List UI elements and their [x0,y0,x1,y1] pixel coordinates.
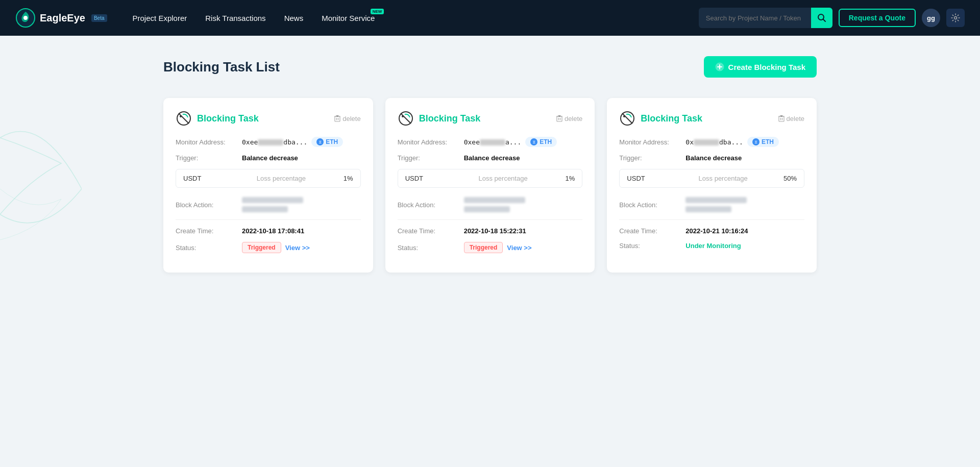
token-row-3: USDT Loss percentage 50% [620,169,804,187]
status-badge-2: Triggered [464,242,503,253]
card-header-2: Blocking Task delete [398,110,583,127]
delete-button-3[interactable]: delete [778,115,804,122]
status-badge-1: Triggered [242,242,281,253]
view-link-1[interactable]: View >> [285,244,310,252]
monitor-address-3: 0xdba... [685,138,743,146]
create-time-field-3: Create Time: 2022-10-21 10:16:24 [619,227,804,235]
trigger-field-1: Trigger: Balance decrease [176,154,361,162]
status-field-1: Status: Triggered View >> [176,242,361,253]
request-quote-button[interactable]: Request a Quote [839,9,916,27]
plus-circle-icon [715,62,724,71]
status-field-3: Status: Under Monitoring [619,242,804,250]
trigger-field-3: Trigger: Balance decrease [619,154,804,162]
blurred-action-1b [242,206,288,212]
beta-badge: Beta [91,14,107,22]
card-title-wrap-3: Blocking Task [619,110,702,127]
token-row-1: USDT Loss percentage 1% [176,169,360,187]
monitor-address-field-2: Monitor Address: 0xeea... Ξ ETH [398,137,583,147]
create-blocking-task-button[interactable]: Create Blocking Task [704,56,817,78]
blocking-icon-2 [398,110,414,127]
eth-dot-2: Ξ [530,138,537,145]
svg-point-3 [954,17,957,19]
eth-badge-3: Ξ ETH [747,137,779,147]
blurred-action-3b [685,206,731,212]
monitor-address-2: 0xeea... [464,138,522,146]
delete-button-1[interactable]: delete [334,115,360,122]
search-bar[interactable] [699,8,832,28]
eth-dot-1: Ξ [316,138,324,145]
task-card-1: Blocking Task delete Monitor Address: 0x… [163,98,373,273]
logo-text: EagleEye [40,12,85,24]
svg-point-12 [623,115,625,117]
block-action-field-3: Block Action: [619,197,804,212]
monitor-address-field-3: Monitor Address: 0xdba... Ξ ETH [619,137,804,147]
token-row-2: USDT Loss percentage 1% [398,169,582,187]
svg-rect-7 [335,116,340,121]
svg-rect-10 [557,116,562,121]
create-time-field-1: Create Time: 2022-10-18 17:08:41 [176,227,361,235]
card-title-1: Blocking Task [197,113,259,124]
trash-icon-2 [556,115,562,122]
monitor-address-1: 0xeedba... [242,138,307,146]
card-header-1: Blocking Task delete [176,110,361,127]
navbar: EagleEye Beta Project Explorer Risk Tran… [0,0,980,36]
nav-risk-transactions[interactable]: Risk Transactions [205,14,265,22]
blurred-action-1a [242,197,303,203]
nav-right: Request a Quote gg [699,8,965,28]
logo-icon [15,8,36,28]
logo[interactable]: EagleEye Beta [15,8,107,28]
status-row-1: Triggered View >> [242,242,310,253]
eth-badge-1: Ξ ETH [311,137,343,147]
token-table-1: USDT Loss percentage 1% [176,169,361,188]
nav-links: Project Explorer Risk Transactions News … [133,14,699,22]
settings-button[interactable] [946,9,965,27]
token-table-3: USDT Loss percentage 50% [619,169,804,188]
blurred-action-2b [464,206,510,212]
svg-point-6 [180,115,182,117]
card-title-2: Blocking Task [419,113,481,124]
block-action-field-2: Block Action: [398,197,583,212]
status-row-2: Triggered View >> [464,242,532,253]
bg-decoration [0,36,82,393]
search-icon [817,13,826,22]
view-link-2[interactable]: View >> [507,244,531,252]
create-time-field-2: Create Time: 2022-10-18 15:22:31 [398,227,583,235]
nav-news[interactable]: News [284,14,304,22]
monitor-address-field-1: Monitor Address: 0xeedba... Ξ ETH [176,137,361,147]
blocking-icon-1 [176,110,192,127]
trash-icon-1 [334,115,340,122]
block-action-field-1: Block Action: [176,197,361,212]
status-badge-3: Under Monitoring [685,242,741,250]
nav-project-explorer[interactable]: Project Explorer [133,14,187,22]
nav-monitor-service[interactable]: Monitor Service NEW [322,14,375,22]
main-container: Blocking Task List Create Blocking Task [133,36,847,293]
cards-grid: Blocking Task delete Monitor Address: 0x… [163,98,817,273]
card-title-wrap-1: Blocking Task [176,110,259,127]
search-input[interactable] [699,14,811,22]
svg-rect-13 [779,116,784,121]
gear-icon [951,13,960,22]
card-header-3: Blocking Task delete [619,110,804,127]
new-badge: NEW [371,9,384,14]
svg-point-1 [23,16,28,20]
trigger-field-2: Trigger: Balance decrease [398,154,583,162]
eth-dot-3: Ξ [752,138,760,145]
blurred-action-2a [464,197,525,203]
search-button[interactable] [811,8,832,28]
trash-icon-3 [778,115,785,122]
svg-point-9 [402,115,404,117]
blocking-icon-3 [619,110,635,127]
card-title-3: Blocking Task [641,113,702,124]
delete-button-2[interactable]: delete [556,115,582,122]
task-card-2: Blocking Task delete Monitor Address: 0x… [385,98,595,273]
task-card-3: Blocking Task delete Monitor Address: 0x… [607,98,817,273]
card-title-wrap-2: Blocking Task [398,110,481,127]
token-table-2: USDT Loss percentage 1% [398,169,583,188]
blurred-action-3a [685,197,747,203]
page-title: Blocking Task List [163,59,280,75]
status-row-3: Under Monitoring [685,242,741,250]
eth-badge-2: Ξ ETH [525,137,557,147]
page-header: Blocking Task List Create Blocking Task [163,56,817,78]
avatar-button[interactable]: gg [922,9,940,27]
status-field-2: Status: Triggered View >> [398,242,583,253]
